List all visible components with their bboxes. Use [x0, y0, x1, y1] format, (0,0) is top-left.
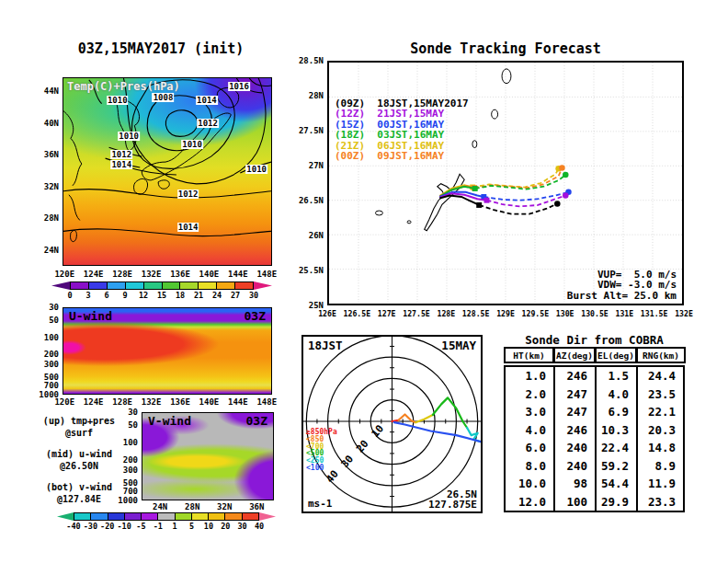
lat-tick-label: 28N: [44, 213, 59, 223]
table-header-cell: HT(km): [504, 347, 554, 363]
colorbar-tick-label: 6: [104, 291, 108, 300]
burst-marker: [484, 198, 490, 203]
wind-colorbar-labels: -40-30-20-10-5-11510203040: [74, 522, 259, 531]
wind-trace: [394, 422, 481, 442]
colorbar-tick-label: 10: [204, 522, 213, 531]
colorbar-right-arrow: [259, 512, 276, 521]
cell-ht: 2.0: [506, 385, 553, 404]
lat-tick-label: 32N: [217, 502, 232, 511]
lat-tick-label: 28.5N: [299, 56, 324, 65]
site-lon: 127.875E: [428, 500, 477, 510]
colorbar-cell: [74, 513, 91, 520]
cell-az: 240: [553, 439, 595, 457]
colorbar-cell: [126, 282, 144, 289]
table-row: 8.0 240 59.2 8.9: [506, 457, 683, 476]
pressure-tick-label: 700: [123, 487, 138, 496]
cell-rng: 22.1: [636, 403, 683, 421]
lat-tick-label: 26N: [309, 231, 324, 240]
lat-tick-label: 28N: [309, 91, 324, 100]
pressure-tick-label: 300: [44, 360, 59, 369]
colorbar-cell: [108, 513, 125, 520]
u-wind-title: U-wind: [69, 309, 112, 323]
table-header-cell: RNG(km): [636, 347, 686, 363]
tracking-plot: (09Z) 18JST,15MAY2017(12Z) 21JST,15MAY(1…: [327, 61, 684, 305]
lat-tick-label: 27N: [309, 161, 324, 170]
lat-tick-label: 27.5N: [299, 126, 324, 135]
pressure-tick-label: 200: [123, 455, 138, 465]
hodograph-date: 15MAY: [441, 339, 476, 352]
colorbar-tick-label: -5: [136, 522, 145, 531]
u-wind-time: 03Z: [245, 309, 266, 323]
contour-label: 1010: [107, 96, 129, 105]
island-outline: [375, 211, 382, 215]
colorbar-tick-label: 30: [238, 522, 247, 531]
colorbar-tick-label: 18: [176, 291, 185, 300]
contour-label: 1012: [197, 119, 219, 128]
lat-tick-label: 40N: [44, 119, 59, 128]
colorbar-cell: [144, 282, 163, 289]
colorbar-tick-label: 30: [249, 291, 258, 300]
v-wind-plot: V-wind 03Z: [142, 412, 274, 500]
colorbar-tick-label: -20: [100, 522, 114, 531]
colorbar-cells: [74, 512, 259, 521]
tracking-y-axis: 28.5N28N27.5N27N26.5N26N25.5N25N: [294, 61, 325, 305]
cell-el: 1.5: [595, 367, 636, 385]
lat-tick-label: 36N: [249, 502, 264, 511]
lon-tick-label: 132E: [142, 397, 162, 407]
contour-label: 1008: [153, 93, 175, 102]
cell-ht: 4.0: [506, 421, 553, 440]
colorbar-tick-label: 0: [67, 291, 72, 300]
pressure-tick-label: 100: [44, 333, 59, 342]
lat-tick-label: 24N: [153, 502, 167, 511]
colorbar-cell: [142, 513, 158, 520]
landing-marker: [554, 201, 561, 207]
tracking-notes: VUP= 5.0 m/sVDW= -3.0 m/sBurst Alt= 25.0…: [567, 237, 677, 301]
colorbar-right-arrow: [254, 282, 272, 290]
colorbar-cell: [225, 513, 242, 520]
burst-marker: [472, 186, 478, 191]
pressure-tick-label: 300: [123, 465, 138, 475]
lat-tick-label: 24N: [44, 246, 59, 255]
lon-tick-label: 129.5E: [522, 309, 550, 318]
wind-colorbar: [57, 512, 276, 521]
island-outline: [492, 109, 498, 119]
contour-label: 1016: [228, 82, 250, 91]
lon-tick-label: 140E: [199, 270, 220, 279]
colorbar-cell: [235, 282, 253, 289]
lon-tick-label: 130E: [556, 309, 574, 318]
note-line: Burst Alt= 25.0 km: [567, 291, 677, 302]
cell-ht: 3.0: [506, 403, 553, 421]
cell-az: 246: [553, 421, 595, 440]
cell-el: 59.2: [595, 457, 636, 476]
lon-tick-label: 148E: [256, 397, 277, 407]
hodograph-panel: 10203040 18JST 15MAY ms-1 26.5N 127.875E…: [301, 335, 483, 513]
u-wind-plot: U-wind 03Z: [63, 307, 272, 395]
forecast-figure: 03Z,15MAY2017 (init): [0, 0, 728, 563]
island-outline: [502, 69, 511, 84]
lon-tick-label: 128E: [112, 397, 132, 407]
hodograph-site: 26.5N 127.875E: [428, 489, 477, 510]
lon-tick-label: 126.5E: [344, 309, 371, 318]
cell-ht: 8.0: [506, 457, 553, 476]
temp-colorbar: [51, 282, 272, 290]
lon-tick-label: 127E: [378, 309, 396, 318]
table-row: 3.0 247 6.9 22.1: [506, 403, 683, 421]
cell-el: 4.0: [595, 385, 636, 404]
colorbar-cell: [91, 513, 108, 520]
lon-tick-label: 124E: [84, 397, 104, 407]
lon-tick-label: 128E: [112, 270, 132, 279]
cell-el: 22.4: [595, 439, 636, 457]
cell-el: 54.4: [595, 475, 636, 493]
colorbar-cell: [125, 513, 142, 520]
contour-label: 1010: [118, 132, 140, 141]
contour-label: 1014: [196, 96, 218, 105]
pressure-tick-label: 1000: [118, 496, 138, 505]
colorbar-tick-label: 24: [212, 291, 222, 300]
field-label: Temp(C)+Pres(hPa): [67, 80, 180, 93]
contour-labels: 1010100810141016101210101010101210141010…: [63, 78, 271, 265]
island-outline: [407, 221, 411, 224]
cell-rng: 23.3: [636, 493, 683, 511]
table-header-cell: AZ(deg): [553, 347, 596, 363]
contour-label: 1014: [110, 160, 132, 169]
lat-tick-label: 25.5N: [299, 266, 324, 275]
